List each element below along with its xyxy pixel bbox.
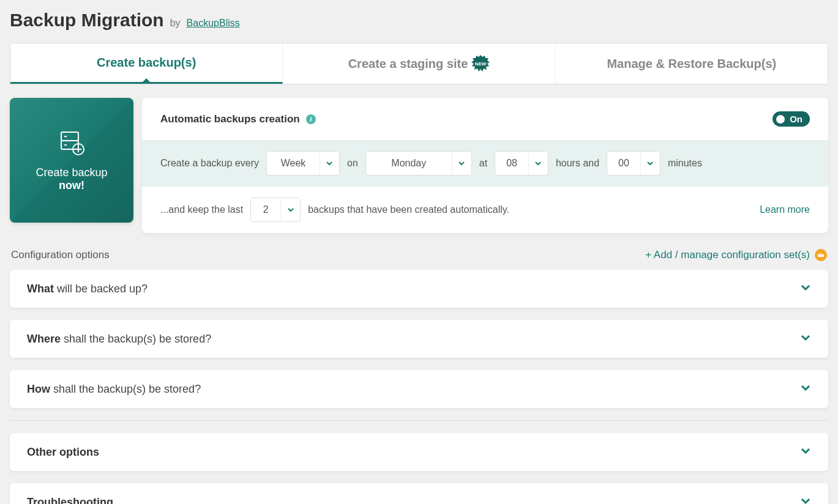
by-label: by bbox=[170, 18, 181, 29]
svg-text:NEW: NEW bbox=[475, 61, 487, 67]
accordion-what[interactable]: What will be backed up? bbox=[10, 270, 828, 308]
chevron-down-icon bbox=[800, 332, 811, 346]
new-badge-icon: NEW bbox=[471, 54, 490, 73]
add-manage-label: + Add / manage configuration set(s) bbox=[645, 249, 810, 261]
create-backup-now-button[interactable]: Create backup now! bbox=[10, 98, 133, 223]
accordion-how[interactable]: How shall the backup(s) be stored? bbox=[10, 370, 828, 408]
day-select[interactable]: Monday bbox=[365, 151, 472, 176]
tab-manage-restore[interactable]: Manage & Restore Backup(s) bbox=[556, 43, 828, 84]
every-prefix-label: Create a backup every bbox=[160, 158, 259, 169]
keep-count-select[interactable]: 2 bbox=[250, 198, 301, 222]
accordion-troubleshooting[interactable]: Troubleshooting bbox=[10, 483, 828, 504]
accordion-title: Other options bbox=[27, 446, 99, 459]
crown-icon bbox=[815, 249, 827, 261]
server-plus-icon bbox=[56, 128, 87, 159]
chevron-down-icon bbox=[452, 152, 471, 175]
divider bbox=[10, 420, 828, 421]
tab-label: Manage & Restore Backup(s) bbox=[607, 57, 776, 71]
keep-suffix-label: backups that have been created automatic… bbox=[308, 204, 509, 215]
author-link[interactable]: BackupBliss bbox=[187, 18, 240, 29]
accordion-title: Troubleshooting bbox=[27, 496, 113, 505]
auto-title: Automatic backups creation bbox=[160, 113, 300, 125]
on-label: on bbox=[347, 158, 358, 169]
at-label: at bbox=[479, 158, 487, 169]
minutes-value: 00 bbox=[607, 152, 640, 175]
keep-prefix-label: ...and keep the last bbox=[160, 204, 243, 215]
tab-label: Create a staging site bbox=[348, 57, 468, 71]
page-title: Backup Migration bbox=[10, 10, 164, 31]
chevron-down-icon bbox=[800, 495, 811, 504]
chevron-down-icon bbox=[800, 445, 811, 459]
tab-label: Create backup(s) bbox=[97, 56, 196, 70]
add-manage-config-link[interactable]: + Add / manage configuration set(s) bbox=[645, 249, 827, 261]
accordion-title: Where shall the backup(s) be stored? bbox=[27, 333, 211, 346]
toggle-label: On bbox=[790, 114, 802, 124]
create-now-line2: now! bbox=[59, 179, 84, 192]
create-now-line1: Create backup bbox=[36, 166, 107, 179]
hours-select[interactable]: 08 bbox=[495, 151, 548, 176]
minutes-select[interactable]: 00 bbox=[607, 151, 660, 176]
chevron-down-icon bbox=[800, 282, 811, 295]
frequency-value: Week bbox=[267, 152, 320, 175]
chevron-down-icon bbox=[800, 382, 811, 396]
info-icon[interactable]: i bbox=[306, 114, 316, 124]
tab-create-backups[interactable]: Create backup(s) bbox=[10, 43, 283, 84]
chevron-down-icon bbox=[528, 152, 548, 175]
learn-more-link[interactable]: Learn more bbox=[760, 204, 810, 215]
main-tabs: Create backup(s) Create a staging site N… bbox=[10, 43, 828, 84]
frequency-select[interactable]: Week bbox=[266, 151, 340, 176]
automatic-backups-panel: Automatic backups creation i On Create a… bbox=[142, 98, 828, 233]
chevron-down-icon bbox=[640, 152, 660, 175]
keep-value: 2 bbox=[251, 198, 280, 221]
day-value: Monday bbox=[366, 152, 452, 175]
svg-rect-2 bbox=[61, 132, 78, 141]
accordion-other-options[interactable]: Other options bbox=[10, 433, 828, 471]
toggle-knob bbox=[776, 115, 785, 124]
minutes-suffix-label: minutes bbox=[668, 158, 702, 169]
chevron-down-icon bbox=[320, 152, 339, 175]
chevron-down-icon bbox=[280, 198, 300, 221]
auto-backup-toggle[interactable]: On bbox=[773, 111, 810, 127]
accordion-where[interactable]: Where shall the backup(s) be stored? bbox=[10, 320, 828, 358]
hours-suffix-label: hours and bbox=[556, 158, 599, 169]
accordion-title: How shall the backup(s) be stored? bbox=[27, 383, 201, 396]
accordion-title: What will be backed up? bbox=[27, 283, 148, 295]
tab-staging-site[interactable]: Create a staging site NEW bbox=[283, 43, 555, 84]
hours-value: 08 bbox=[495, 152, 528, 175]
configuration-options-label: Configuration options bbox=[11, 249, 110, 261]
